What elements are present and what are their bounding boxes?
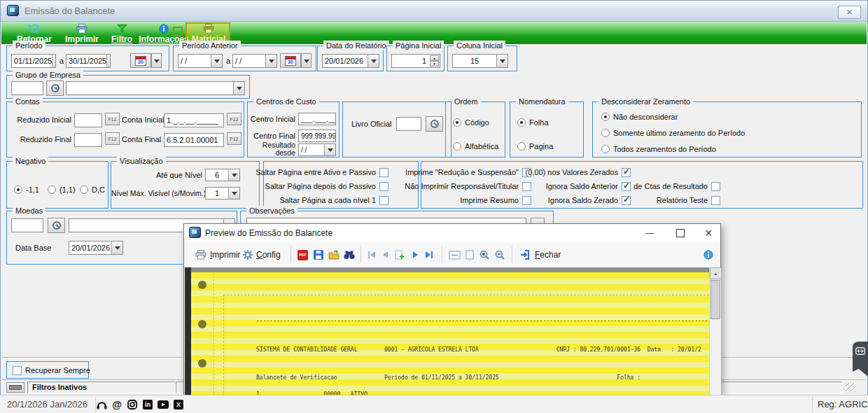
resultado-desde-combo[interactable]: / / — [298, 144, 336, 156]
preview-info-button[interactable] — [704, 247, 713, 262]
preview-maximize-button[interactable] — [668, 225, 692, 240]
preview-zoom-out-button[interactable] — [495, 247, 505, 262]
periodo-to-dropdown[interactable] — [106, 54, 111, 68]
grupo-empresa-combo[interactable] — [66, 81, 245, 95]
periodo-anterior-from-dropdown[interactable] — [211, 54, 223, 68]
ate-nivel-combo[interactable]: 6 — [205, 169, 240, 181]
saltar-depois-passivo-checkbox[interactable]: Saltar Página depois do Passivo — [265, 181, 388, 191]
data-base-combo[interactable]: 20/01/2026 — [69, 241, 123, 255]
periodo-from-combo[interactable]: 01/11/2025 — [11, 54, 56, 68]
youtube-icon[interactable] — [157, 398, 169, 411]
headset-icon[interactable] — [95, 398, 108, 411]
resize-grip[interactable] — [846, 383, 855, 392]
nivel-max-dropdown[interactable] — [228, 187, 240, 200]
imprime-resumo-checkbox[interactable]: Imprime Resumo — [460, 195, 531, 205]
preview-close-button[interactable]: ✕ — [696, 225, 720, 240]
imprime-reducao-checkbox[interactable]: Imprime "Redução e Suspensão" — [405, 167, 531, 177]
periodo-calendar-dropdown[interactable] — [151, 53, 162, 68]
zeramento-todos-radio[interactable]: Todos zeramentos do Período — [601, 144, 716, 154]
conta-inicial-f12-button[interactable]: F12 — [227, 113, 241, 125]
preview-zoom-in-button[interactable] — [479, 247, 489, 262]
grupo-empresa-dropdown[interactable] — [233, 81, 245, 95]
nomendatura-pagina-radio[interactable]: Pagina — [517, 141, 553, 151]
nivel-max-combo[interactable]: 1 — [205, 187, 240, 200]
periodo-to-combo[interactable]: 30/11/2025 — [66, 54, 111, 68]
periodo-anterior-calendar-button[interactable]: 30 — [280, 53, 301, 68]
grupo-empresa-search-button[interactable] — [46, 80, 64, 96]
preview-search-button[interactable] — [344, 247, 355, 262]
coluna-inicial-combo[interactable]: 15 — [452, 54, 508, 68]
imprimir-button[interactable]: Imprimir — [62, 22, 102, 43]
ordem-codigo-radio[interactable]: Código — [453, 118, 489, 127]
preview-minimize-button[interactable]: — — [638, 225, 662, 240]
ignora-saldo-zerado-checkbox[interactable]: Ignora Saldo Zerado — [548, 195, 631, 205]
preview-next-page-button[interactable] — [412, 247, 419, 262]
periodo-calendar-button[interactable]: 30 — [130, 53, 151, 68]
centro-final-input[interactable]: 999.999.999 — [298, 130, 336, 142]
moedas-code-input[interactable] — [11, 218, 43, 232]
data-base-dropdown[interactable] — [111, 241, 123, 255]
recuperar-sempre-checkbox[interactable]: Recuperar Sempre — [13, 365, 90, 375]
preview-goto-page-button[interactable] — [394, 247, 405, 262]
data-relatorio-dropdown[interactable] — [368, 54, 379, 68]
scroll-thumb[interactable] — [710, 280, 720, 319]
preview-last-page-button[interactable] — [425, 247, 433, 262]
ate-nivel-dropdown[interactable] — [228, 169, 240, 181]
filtro-button[interactable]: Filtro — [106, 22, 137, 43]
filtros-toggle-button[interactable] — [6, 382, 24, 393]
periodo-anterior-to-dropdown[interactable] — [265, 54, 277, 68]
zeramento-nao-radio[interactable]: Não desconsiderar — [601, 112, 678, 122]
negativo-dc-radio[interactable]: D,C — [80, 185, 105, 195]
valores-zerados-checkbox[interactable]: (0,00) nos Valores Zerados — [526, 167, 631, 177]
negativo-11-radio[interactable]: -1,1 — [14, 185, 39, 195]
ordem-alfabetica-radio[interactable]: Alfabética — [453, 141, 498, 151]
centro-inicial-input[interactable]: ___.___.___ — [298, 113, 336, 125]
preview-pdf-button[interactable]: PDF — [298, 247, 308, 262]
livro-oficial-input[interactable] — [396, 117, 421, 131]
instagram-icon[interactable] — [126, 398, 139, 411]
preview-first-page-button[interactable] — [368, 247, 376, 262]
saltar-cada-nivel-checkbox[interactable]: Saltar Página a cada nível 1 — [279, 195, 388, 205]
preview-imprimir-button[interactable]: Imprimir — [195, 247, 240, 262]
reduzido-final-f12-button[interactable]: F12 — [105, 132, 120, 145]
linkedin-icon[interactable]: in — [141, 398, 154, 411]
reduzido-inicial-input[interactable] — [74, 113, 102, 127]
pagina-inicial-spinner[interactable]: 1 ▲▼ — [391, 54, 440, 68]
preview-config-button[interactable]: Config — [243, 247, 281, 262]
ctas-resultado-checkbox[interactable]: de Ctas de Resultado — [634, 181, 720, 191]
negativo-paren-radio[interactable]: (1,1) — [48, 185, 76, 195]
periodo-anterior-from-combo[interactable]: / / — [178, 54, 223, 68]
preview-prev-page-button[interactable] — [382, 247, 388, 262]
relatorio-teste-checkbox[interactable]: Relatório Teste — [657, 195, 720, 205]
nomendatura-folha-radio[interactable]: Folha — [517, 118, 549, 127]
zeramento-somente-radio[interactable]: Somente último zeramento do Período — [601, 128, 745, 138]
reduzido-inicial-f12-button[interactable]: F12 — [105, 113, 120, 125]
scroll-up-arrow[interactable]: ▲ — [710, 267, 721, 279]
saltar-ativo-passivo-checkbox[interactable]: Saltar Página entre Ativo e Passivo — [255, 167, 388, 177]
resultado-desde-dropdown[interactable] — [324, 144, 336, 156]
periodo-anterior-calendar-dropdown[interactable] — [301, 53, 312, 68]
data-relatorio-combo[interactable]: 20/01/2026 — [322, 54, 379, 68]
ignora-saldo-anterior-checkbox[interactable]: Ignora Saldo Anterior — [546, 181, 631, 191]
moedas-search-button[interactable] — [48, 218, 65, 233]
pagina-inicial-spin-buttons[interactable]: ▲▼ — [430, 55, 439, 66]
periodo-from-dropdown[interactable] — [52, 54, 56, 68]
conta-final-f12-button[interactable]: F12 — [227, 132, 241, 145]
coluna-inicial-dropdown[interactable] — [496, 54, 508, 68]
at-icon[interactable]: @ — [111, 398, 123, 411]
preview-page-width-button[interactable] — [449, 247, 461, 262]
grupo-empresa-code-input[interactable] — [11, 81, 43, 95]
conta-inicial-input[interactable]: 1._._.__._____ — [164, 113, 224, 127]
preview-whole-page-button[interactable] — [465, 247, 474, 262]
periodo-anterior-to-combo[interactable]: / / — [232, 54, 277, 68]
preview-fechar-button[interactable]: Fechar — [520, 247, 561, 262]
window-close-button[interactable]: ✕ — [838, 6, 861, 19]
preview-open-button[interactable] — [328, 247, 340, 262]
conta-final-input[interactable]: 6.5.2.01.00001 — [164, 133, 224, 147]
x-social-icon[interactable]: X — [172, 398, 185, 411]
livro-oficial-search-button[interactable] — [426, 116, 443, 132]
nao-imprimir-responsavel-checkbox[interactable]: Não Imprimir Responsável/Titular — [405, 181, 531, 191]
preview-vertical-scrollbar[interactable]: ▲ — [709, 267, 721, 413]
preview-save-button[interactable] — [314, 247, 323, 262]
reduzido-final-input[interactable] — [74, 133, 102, 147]
